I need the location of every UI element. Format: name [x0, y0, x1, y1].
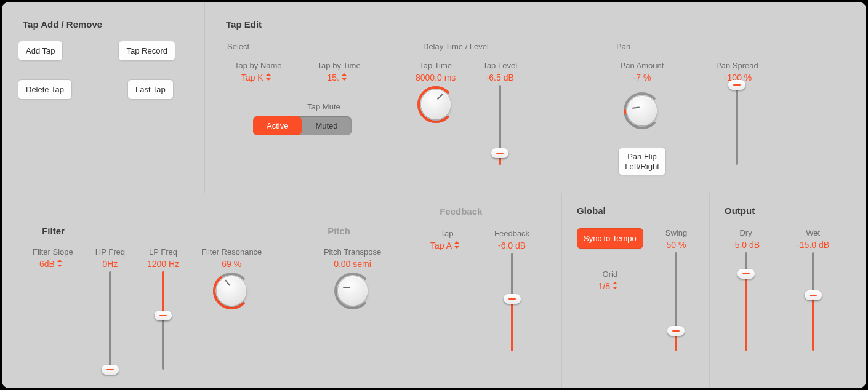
tap-by-name[interactable]: Tap by Name Tap K: [235, 61, 282, 82]
pan-spread-label: Pan Spread: [716, 61, 758, 70]
add-tap-button[interactable]: Add Tap: [18, 41, 63, 61]
plugin-window: Tap Add / Remove Add Tap Tap Record Dele…: [2, 2, 866, 388]
wet-control: Wet-15.0 dB: [797, 228, 829, 351]
feedback-tap-label: Tap: [430, 229, 464, 238]
feedback-amount-value: -6.0 dB: [494, 241, 529, 250]
lp-freq-label: LP Freq: [147, 247, 179, 257]
pan-spread-slider[interactable]: [736, 85, 738, 165]
dry-value: -5.0 dB: [732, 240, 760, 250]
tap-level-value: -6.5 dB: [483, 73, 517, 82]
tap-time-control: Tap Time 8000.0 ms: [416, 61, 456, 124]
stepper-icon: [613, 282, 618, 289]
section-feedback: Feedback Tap Tap A Feedback-6.0 dB: [408, 193, 562, 388]
swing-control: Swing50 %: [665, 228, 687, 351]
tap-mute-label: Tap Mute: [247, 102, 401, 111]
top-row: Tap Add / Remove Add Tap Tap Record Dele…: [2, 2, 866, 193]
swing-label: Swing: [665, 228, 687, 237]
section-global: Global Sync to Tempo Grid 1/8 Swing50 %: [562, 193, 710, 388]
lp-freq-slider[interactable]: [162, 271, 164, 370]
tap-edit-pan: Pan Pan Amount -7 % Pan Flip Left/Right: [592, 38, 855, 175]
lp-freq-control: LP Freq1200 Hz: [147, 247, 179, 370]
filter-res-value: 69 %: [201, 259, 262, 269]
pan-amount-value: -7 %: [621, 73, 664, 82]
tap-mute-active[interactable]: Active: [253, 116, 302, 135]
pitch-group: Pitch Pitch Transpose0.00 semi: [302, 201, 396, 311]
hp-freq-slider[interactable]: [109, 271, 111, 370]
stepper-icon: [454, 241, 460, 249]
section-output: Output Dry-5.0 dB Wet-15.0 dB: [710, 193, 866, 388]
dry-label: Dry: [732, 228, 760, 237]
tap-edit-delay: Delay Time / Level Tap Time 8000.0 ms: [401, 38, 592, 165]
hp-freq-value: 0Hz: [95, 259, 125, 269]
pan-title: Pan: [616, 42, 855, 51]
tap-record-button[interactable]: Tap Record: [118, 41, 175, 61]
tap-time-value: 8000.0 ms: [416, 73, 456, 82]
delay-title: Delay Time / Level: [423, 42, 592, 51]
grid-select[interactable]: Grid 1/8: [598, 269, 622, 291]
filter-group: Filter Filter Slope 6dB HP Freq0Hz LP Fr…: [13, 201, 302, 370]
tap-mute-toggle[interactable]: Active Muted: [253, 116, 352, 135]
feedback-title: Feedback: [440, 206, 482, 217]
tap-edit-title: Tap Edit: [226, 19, 855, 30]
filter-title: Filter: [42, 226, 65, 236]
filter-slope[interactable]: Filter Slope 6dB: [33, 247, 73, 269]
select-title: Select: [227, 42, 401, 51]
bottom-row: Filter Filter Slope 6dB HP Freq0Hz LP Fr…: [2, 193, 866, 388]
tap-add-remove-title: Tap Add / Remove: [23, 19, 193, 30]
feedback-tap[interactable]: Tap Tap A: [430, 229, 464, 250]
pitch-transpose-label: Pitch Transpose: [324, 247, 381, 257]
section-tap-edit: Tap Edit Select Tap by Name Tap K Tap by…: [205, 2, 866, 193]
pan-amount-label: Pan Amount: [621, 61, 664, 70]
pan-spread-control: Pan Spread +100 %: [716, 61, 758, 165]
pan-flip-line1: Pan Flip: [627, 152, 657, 161]
filter-res-label: Filter Resonance: [201, 247, 262, 257]
pan-amount-knob[interactable]: [622, 91, 662, 130]
pitch-power-icon[interactable]: [311, 226, 320, 236]
feedback-amount-slider[interactable]: [511, 253, 513, 351]
dry-slider[interactable]: [745, 252, 747, 351]
stepper-icon: [57, 260, 63, 267]
feedback-tap-value: Tap A: [430, 241, 452, 250]
tap-by-time-label: Tap by Time: [318, 61, 361, 70]
tap-by-time[interactable]: Tap by Time 15.: [318, 61, 361, 82]
dry-control: Dry-5.0 dB: [732, 228, 760, 351]
pitch-transpose-knob[interactable]: [333, 271, 372, 311]
filter-slope-label: Filter Slope: [33, 247, 73, 257]
tap-level-control: Tap Level -6.5 dB: [483, 61, 517, 165]
tap-level-label: Tap Level: [483, 61, 517, 70]
tap-by-name-value: Tap K: [241, 73, 263, 82]
stepper-icon: [266, 73, 271, 81]
pitch-transpose-value: 0.00 semi: [324, 259, 381, 269]
tap-by-time-value: 15.: [327, 73, 339, 82]
global-title: Global: [577, 205, 698, 216]
hp-freq-control: HP Freq0Hz: [95, 247, 125, 370]
wet-slider[interactable]: [812, 252, 814, 351]
section-tap-add-remove: Tap Add / Remove Add Tap Tap Record Dele…: [2, 2, 205, 193]
output-title: Output: [725, 205, 855, 216]
grid-label: Grid: [598, 269, 622, 279]
filter-power-icon[interactable]: [25, 226, 34, 236]
section-filter-pitch: Filter Filter Slope 6dB HP Freq0Hz LP Fr…: [2, 193, 408, 388]
last-tap-button[interactable]: Last Tap: [127, 79, 174, 100]
sync-to-tempo-button[interactable]: Sync to Tempo: [577, 228, 643, 249]
feedback-power-icon[interactable]: [423, 207, 432, 216]
swing-value: 50 %: [665, 240, 687, 250]
tap-mute-muted[interactable]: Muted: [302, 116, 351, 135]
filter-res-knob[interactable]: [212, 271, 251, 311]
lp-freq-value: 1200 Hz: [147, 259, 179, 269]
tap-edit-select: Select Tap by Name Tap K Tap by Time 15.…: [216, 38, 401, 135]
pitch-transpose-control: Pitch Transpose0.00 semi: [308, 247, 396, 311]
grid-value: 1/8: [598, 281, 610, 291]
pan-flip-button[interactable]: Pan Flip Left/Right: [618, 148, 666, 175]
wet-value: -15.0 dB: [797, 240, 829, 250]
delete-tap-button[interactable]: Delete Tap: [18, 79, 72, 100]
stepper-icon: [342, 73, 347, 81]
hp-freq-label: HP Freq: [95, 247, 125, 257]
feedback-amount-control: Feedback-6.0 dB: [494, 229, 529, 351]
tap-level-slider[interactable]: [499, 85, 501, 165]
tap-time-knob[interactable]: [416, 85, 456, 124]
swing-slider[interactable]: [675, 252, 677, 351]
pan-flip-line2: Left/Right: [625, 162, 659, 171]
tap-time-label: Tap Time: [416, 61, 456, 70]
feedback-amount-label: Feedback: [494, 229, 529, 238]
